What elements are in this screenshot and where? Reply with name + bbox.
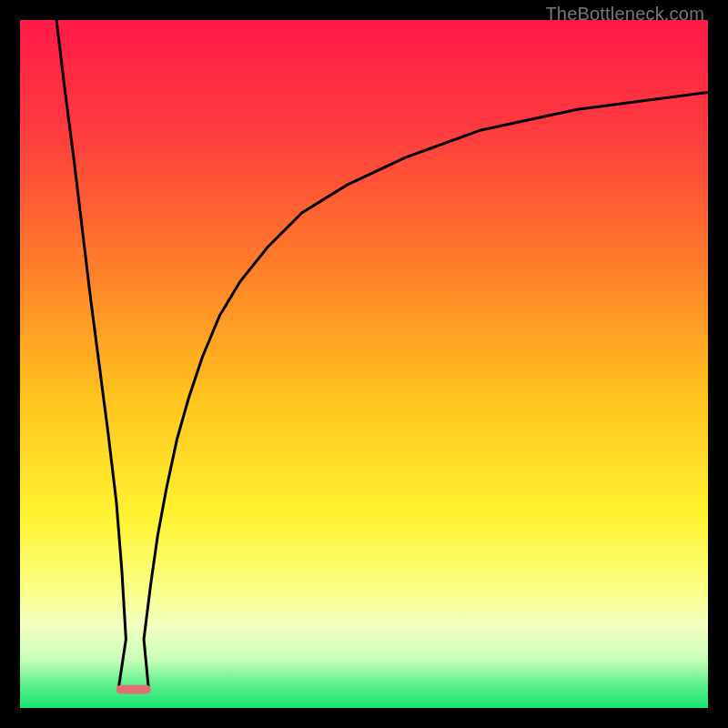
minimum-pill — [116, 685, 151, 694]
chart-frame — [20, 20, 708, 708]
watermark-text: TheBottleneck.com — [545, 4, 704, 25]
minimum-marker — [116, 685, 151, 694]
bottleneck-chart — [20, 20, 708, 708]
